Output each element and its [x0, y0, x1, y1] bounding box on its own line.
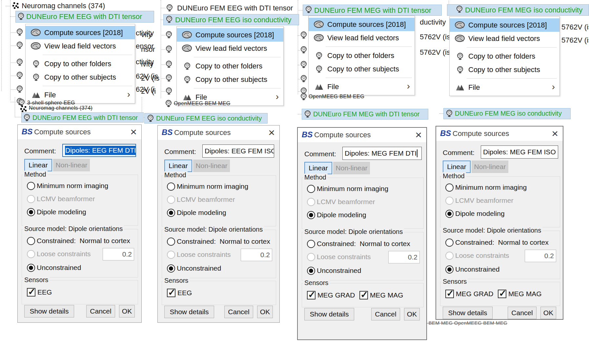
radio-unconstrained[interactable]: [27, 264, 35, 272]
radio-constrained-normal-to-cortex[interactable]: [445, 239, 454, 247]
comment-field[interactable]: Dipoles: EEG FEM ISO: [202, 144, 274, 158]
menu-item-file[interactable]: File›: [450, 81, 559, 94]
menu-item-copy-to-other-folders[interactable]: Copy to other folders: [26, 57, 135, 70]
head-icon[interactable]: [304, 110, 311, 118]
radio-constrained-normal-to-cortex[interactable]: [27, 237, 35, 245]
radio-unconstrained[interactable]: [167, 264, 175, 273]
tree-item[interactable]: DUNEuro FEM EEG with DTI tensor: [177, 4, 293, 12]
sensors-group-label: Sensors: [23, 276, 50, 284]
radio-minimum-norm-imaging[interactable]: [167, 182, 175, 191]
radio-dipole-modeling[interactable]: [27, 208, 35, 216]
checkbox-eeg[interactable]: [27, 288, 35, 297]
menu-item-view-lead-field-vectors[interactable]: View lead field vectors: [450, 32, 559, 45]
linear-button[interactable]: Linear: [304, 162, 332, 174]
ok-button[interactable]: OK: [404, 308, 420, 320]
tree-connector: [161, 49, 166, 50]
ok-button[interactable]: OK: [119, 305, 135, 317]
head-icon[interactable]: [305, 6, 312, 13]
head-icon: [166, 74, 172, 82]
comment-value: Dipoles: MEG FEM DTI: [345, 149, 416, 157]
ok-button[interactable]: OK: [540, 307, 556, 319]
menu-item-copy-to-other-subjects[interactable]: Copy to other subjects: [450, 63, 559, 76]
tree-item[interactable]: DUNEuro FEM MEG iso conductivity: [455, 110, 562, 117]
radio-lcmv-beamformer: [307, 198, 315, 206]
menu-item-file[interactable]: File›: [309, 80, 415, 93]
checkbox-eeg[interactable]: [167, 289, 175, 297]
radio-minimum-norm-imaging[interactable]: [307, 185, 315, 193]
menu-item-view-lead-field-vectors[interactable]: View lead field vectors: [309, 31, 415, 45]
comment-field[interactable]: Dipoles: MEG FEM DTI: [342, 147, 422, 160]
tree-item[interactable]: Neuromag channels (374): [22, 2, 105, 10]
show-details-button[interactable]: Show details: [164, 306, 214, 318]
menu-item-copy-to-other-folders[interactable]: Copy to other folders: [309, 49, 415, 62]
linear-button[interactable]: Linear: [24, 159, 52, 171]
menu-item-view-lead-field-vectors[interactable]: View lead field vectors: [26, 39, 135, 53]
head-icon[interactable]: [456, 5, 463, 13]
head-icon[interactable]: [166, 4, 173, 12]
checkbox-label: MEG GRAD: [317, 291, 355, 299]
compute-sources-dialog: BSCompute sources×Comment:Dipoles: EEG F…: [157, 125, 280, 323]
menu-item-view-lead-field-vectors[interactable]: View lead field vectors: [177, 42, 283, 55]
menu-item-compute-sources-2018[interactable]: Compute sources [2018]: [450, 18, 559, 32]
checkbox-meg-grad[interactable]: [445, 290, 454, 298]
radio-dipole-modeling[interactable]: [307, 211, 315, 219]
head-icon[interactable]: [166, 15, 173, 23]
sensors-group-label: Sensors: [163, 277, 190, 284]
method-group-label: Method: [303, 174, 328, 181]
linear-button[interactable]: Linear: [443, 161, 471, 173]
menu-item-compute-sources-2018[interactable]: Compute sources [2018]: [26, 26, 135, 39]
comment-field[interactable]: Dipoles: MEG FEM ISO: [481, 145, 558, 159]
channels-icon[interactable]: [12, 2, 20, 9]
show-details-button[interactable]: Show details: [304, 308, 354, 320]
show-details-button[interactable]: Show details: [24, 305, 74, 317]
radio-constrained-normal-to-cortex[interactable]: [167, 238, 175, 246]
dialog-title: Compute sources: [34, 128, 91, 136]
menu-item-copy-to-other-folders[interactable]: Copy to other folders: [450, 49, 559, 63]
comment-field[interactable]: Dipoles: EEG FEM DTI: [62, 144, 136, 157]
tree-item[interactable]: DUNEuro FEM MEG with DTI tensor: [313, 110, 420, 118]
menu-item-compute-sources-2018[interactable]: Compute sources [2018]: [309, 18, 415, 31]
tree-item[interactable]: DUNEuro FEM EEG iso conductivity: [175, 16, 292, 24]
close-icon[interactable]: ×: [268, 125, 275, 139]
show-details-button[interactable]: Show details: [443, 307, 493, 319]
menu-item-label: Compute sources [2018]: [195, 31, 274, 39]
menu-item-label: View lead field vectors: [327, 34, 399, 42]
radio-minimum-norm-imaging[interactable]: [445, 183, 454, 192]
head-icon[interactable]: [147, 114, 154, 122]
menu-item-copy-to-other-subjects[interactable]: Copy to other subjects: [177, 73, 283, 86]
radio-dipole-modeling[interactable]: [445, 210, 454, 218]
ok-button[interactable]: OK: [257, 306, 273, 318]
tree-item[interactable]: DUNEuro FEM MEG iso conductivity: [465, 6, 582, 14]
head-icon[interactable]: [24, 114, 30, 122]
checkbox-meg-mag[interactable]: [359, 291, 368, 299]
tree-item[interactable]: DUNEuro FEM EEG iso conductivity: [156, 115, 262, 122]
radio-minimum-norm-imaging[interactable]: [27, 182, 35, 190]
linear-button[interactable]: Linear: [164, 160, 192, 172]
menu-item-copy-to-other-subjects[interactable]: Copy to other subjects: [309, 62, 415, 76]
tree-item-clipped: OpenMEEG BEM MEG: [174, 101, 231, 106]
radio-unconstrained[interactable]: [445, 265, 454, 274]
checkbox-meg-mag[interactable]: [498, 290, 506, 298]
cancel-button[interactable]: Cancel: [224, 306, 253, 318]
cancel-button[interactable]: Cancel: [508, 307, 537, 319]
head-icon[interactable]: [446, 109, 453, 117]
head-icon: [453, 52, 468, 60]
close-icon[interactable]: ×: [130, 125, 137, 139]
tree-item[interactable]: DUNEuro FEM MEG with DTI tensor: [314, 6, 431, 15]
close-icon[interactable]: ×: [415, 128, 422, 142]
close-icon[interactable]: ×: [552, 126, 558, 140]
method-group-label: Method: [163, 171, 188, 179]
radio-constrained-normal-to-cortex[interactable]: [307, 240, 315, 248]
tree-item[interactable]: DUNEuro FEM EEG with DTI tensor: [26, 12, 142, 21]
radio-dipole-modeling[interactable]: [167, 209, 175, 217]
menu-item-file[interactable]: File›: [26, 88, 135, 102]
head-icon[interactable]: [18, 12, 24, 20]
cancel-button[interactable]: Cancel: [86, 305, 115, 317]
menu-item-copy-to-other-subjects[interactable]: Copy to other subjects: [26, 70, 135, 84]
cancel-button[interactable]: Cancel: [371, 308, 400, 320]
radio-unconstrained[interactable]: [307, 267, 315, 275]
menu-item-copy-to-other-folders[interactable]: Copy to other folders: [177, 59, 283, 73]
menu-item-compute-sources-2018[interactable]: Compute sources [2018]: [177, 28, 283, 42]
tree-item[interactable]: DUNEuro FEM EEG with DTI tensor: [32, 114, 138, 122]
checkbox-meg-grad[interactable]: [307, 291, 315, 299]
